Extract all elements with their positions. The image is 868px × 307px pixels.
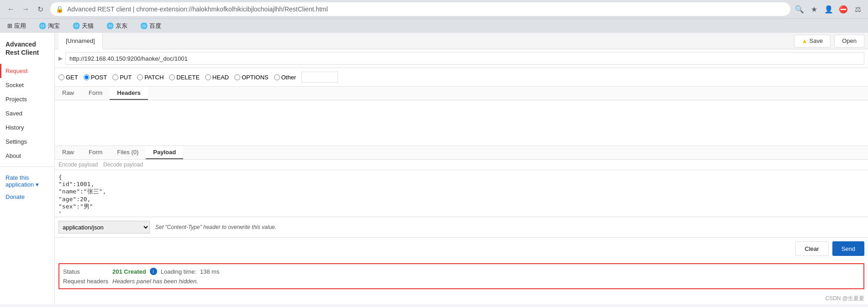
payload-tab-payload[interactable]: Payload: [146, 146, 183, 159]
bookmarks-bar: ⊞ 应用 🌐 淘宝 🌐 天猫 🌐 京东 🌐 百度: [0, 18, 868, 33]
profile-icon[interactable]: 👤: [823, 4, 834, 15]
method-head-label: HEAD: [212, 74, 229, 81]
method-put[interactable]: PUT: [112, 74, 132, 81]
method-put-radio[interactable]: [112, 74, 118, 80]
current-tab[interactable]: [Unnamed]: [58, 33, 103, 49]
method-delete-radio[interactable]: [169, 74, 175, 80]
globe-icon-4: 🌐: [140, 22, 148, 29]
decode-payload-link[interactable]: Decode payload: [103, 161, 143, 168]
sidebar-item-request[interactable]: Request: [0, 64, 54, 78]
method-other-input[interactable]: [302, 72, 338, 83]
save-button[interactable]: ▲ Save: [794, 35, 831, 47]
loading-time-label: Loading time:: [161, 268, 196, 275]
tab-name-label: [Unnamed]: [66, 37, 95, 44]
nav-buttons: ← → ↻: [5, 3, 47, 16]
req-tab-form[interactable]: Form: [81, 87, 110, 100]
payload-textarea[interactable]: [57, 172, 866, 213]
method-patch[interactable]: PATCH: [137, 74, 164, 81]
bookmark-apps-label: 应用: [14, 22, 26, 30]
lock-icon: 🔒: [56, 5, 64, 13]
encode-row: Encode payload Decode payload: [55, 160, 868, 170]
sidebar-divider: [0, 167, 54, 167]
bookmark-taobao-label: 淘宝: [48, 22, 60, 30]
req-headers-row: Request headers Headers panel has been h…: [63, 278, 860, 285]
sidebar-item-projects[interactable]: Projects: [0, 92, 54, 106]
payload-tab-files[interactable]: Files (0): [110, 146, 146, 159]
method-post-radio[interactable]: [84, 74, 90, 80]
address-bar[interactable]: 🔒 Advanced REST client | chrome-extensio…: [50, 2, 790, 16]
method-other[interactable]: Other: [274, 74, 296, 81]
content-type-select[interactable]: application/json application/x-www-form-…: [58, 221, 150, 234]
headers-textarea[interactable]: [57, 102, 866, 135]
open-label: Open: [842, 37, 857, 44]
bookmark-icon[interactable]: ★: [809, 4, 820, 15]
method-other-radio[interactable]: [274, 74, 280, 80]
search-icon[interactable]: 🔍: [794, 4, 805, 15]
action-row: Clear Send: [55, 238, 868, 260]
payload-content-area: [55, 170, 868, 217]
status-info-icon[interactable]: i: [150, 268, 157, 275]
method-get-radio[interactable]: [58, 74, 64, 80]
watermark: CSDN @生夏夏: [55, 293, 868, 304]
method-head[interactable]: HEAD: [205, 74, 229, 81]
method-delete-label: DELETE: [176, 74, 200, 81]
apps-icon: ⊞: [7, 22, 12, 29]
payload-tab-raw[interactable]: Raw: [55, 146, 81, 159]
clear-button[interactable]: Clear: [795, 241, 829, 256]
sidebar-item-settings[interactable]: Settings: [0, 135, 54, 149]
content-type-row: application/json application/x-www-form-…: [55, 217, 868, 238]
puzzle-icon[interactable]: ⚖: [852, 4, 863, 15]
globe-icon-1: 🌐: [39, 22, 46, 29]
tab-actions: ▲ Save Open: [794, 33, 864, 49]
response-area: Status 201 Created i Loading time: 138 m…: [58, 263, 864, 289]
back-button[interactable]: ←: [5, 3, 17, 16]
title-bar: ← → ↻ 🔒 Advanced REST client | chrome-ex…: [0, 0, 868, 18]
method-options-radio[interactable]: [234, 74, 240, 80]
drive-icon: ▲: [802, 37, 808, 44]
method-options[interactable]: OPTIONS: [234, 74, 269, 81]
method-patch-radio[interactable]: [137, 74, 143, 80]
tab-bar: [Unnamed] ▲ Save Open: [55, 33, 868, 49]
browser-chrome: ← → ↻ 🔒 Advanced REST client | chrome-ex…: [0, 0, 868, 33]
extension-icon[interactable]: ⛔: [838, 4, 849, 15]
reload-button[interactable]: ↻: [34, 3, 47, 16]
bookmark-baidu-label: 百度: [149, 22, 161, 30]
content-type-hint: Set "Content-Type" header to overwrite t…: [155, 224, 276, 230]
method-options-label: OPTIONS: [242, 74, 269, 81]
donate-link[interactable]: Donate: [0, 192, 54, 202]
payload-tab-form[interactable]: Form: [81, 146, 110, 159]
method-put-label: PUT: [120, 74, 132, 81]
url-expand-arrow[interactable]: ▶: [58, 55, 63, 62]
open-button[interactable]: Open: [834, 35, 864, 47]
send-button[interactable]: Send: [832, 241, 864, 256]
bookmark-apps[interactable]: ⊞ 应用: [5, 21, 29, 31]
globe-icon-3: 🌐: [106, 22, 114, 29]
method-delete[interactable]: DELETE: [169, 74, 200, 81]
sidebar-item-socket[interactable]: Socket: [0, 78, 54, 92]
method-patch-label: PATCH: [144, 74, 164, 81]
bookmark-taobao[interactable]: 🌐 淘宝: [36, 21, 63, 31]
globe-icon-2: 🌐: [73, 22, 80, 29]
status-label: Status: [63, 268, 109, 275]
req-tab-raw[interactable]: Raw: [55, 87, 81, 100]
method-get[interactable]: GET: [58, 74, 78, 81]
bookmark-jingdong[interactable]: 🌐 京东: [104, 21, 130, 31]
url-input[interactable]: [65, 52, 864, 65]
forward-button[interactable]: →: [19, 3, 32, 16]
sidebar-item-saved[interactable]: Saved: [0, 106, 54, 120]
bookmark-baidu[interactable]: 🌐 百度: [138, 21, 164, 31]
req-tab-headers[interactable]: Headers: [110, 87, 148, 100]
sidebar-item-about[interactable]: About: [0, 149, 54, 163]
app-title: Advanced Rest Client: [0, 36, 54, 64]
bookmark-tianmao[interactable]: 🌐 天猫: [70, 21, 96, 31]
status-value: 201 Created: [112, 268, 146, 275]
method-other-label: Other: [281, 74, 296, 81]
encode-payload-link[interactable]: Encode payload: [58, 161, 98, 168]
rate-application-link[interactable]: Rate this application ▾: [0, 171, 54, 192]
sidebar-item-history[interactable]: History: [0, 120, 54, 135]
method-head-radio[interactable]: [205, 74, 211, 80]
app-container: Advanced Rest Client Request Socket Proj…: [0, 33, 868, 304]
req-headers-label: Request headers: [63, 278, 109, 285]
url-display: Advanced REST client | chrome-extension:…: [67, 5, 328, 13]
method-post[interactable]: POST: [84, 74, 107, 81]
